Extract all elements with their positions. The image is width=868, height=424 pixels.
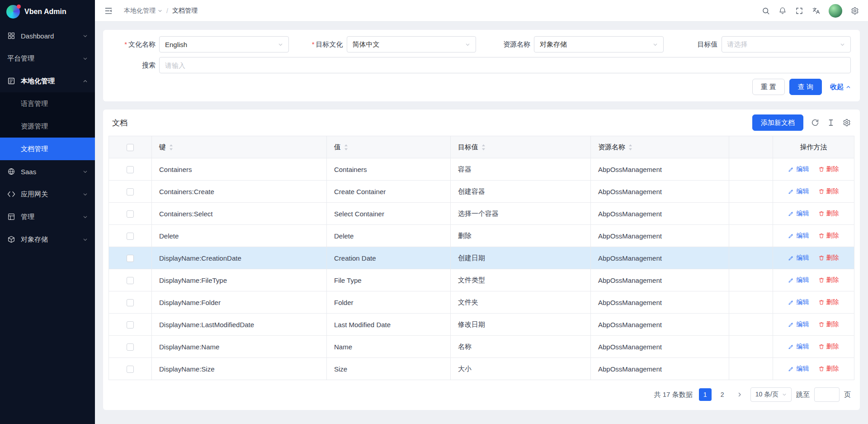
delete-label: 删除 [826,232,839,240]
edit-icon [788,277,794,283]
cell-value: Size [327,358,451,380]
refresh-button[interactable] [811,119,819,127]
row-checkbox[interactable] [127,321,134,329]
resource-select[interactable]: 对象存储 [534,36,664,52]
chevron-down-icon [83,33,88,38]
notifications-button[interactable] [778,7,787,15]
jump-page-input[interactable] [814,387,840,402]
resource-select-value: 对象存储 [540,40,567,49]
sidebar-item-dashboard[interactable]: Dashboard [0,24,95,47]
column-header-target[interactable]: 目标值 [451,136,591,158]
delete-link[interactable]: 删除 [818,276,839,284]
table-row: DisplayName:LastModifiedDate Last Modifi… [109,314,854,336]
page-size-select[interactable]: 10 条/页 [750,387,792,402]
delete-link[interactable]: 删除 [818,165,839,173]
pagination-page-1[interactable]: 1 [699,388,712,401]
column-settings-button[interactable] [843,119,851,127]
sidebar-item-resource-management[interactable]: 资源管理 [0,115,95,138]
sidebar-collapse-button[interactable] [104,6,113,15]
delete-link[interactable]: 删除 [818,254,839,262]
pagination-page-2[interactable]: 2 [716,388,729,401]
column-header-key[interactable]: 键 [152,136,327,158]
pagination-next-button[interactable] [733,388,746,401]
collapse-filter-link[interactable]: 收起 [830,83,851,91]
add-document-button[interactable]: 添加新文档 [752,114,803,131]
row-checkbox-cell [109,291,152,314]
topbar-actions [762,4,859,18]
target-culture-select[interactable]: 简体中文 [347,36,476,52]
sidebar-item-language-management[interactable]: 语言管理 [0,92,95,115]
cell-resource-name: AbpOssManagement [591,314,729,336]
reset-button[interactable]: 重 置 [752,79,785,95]
search-input[interactable] [159,57,851,73]
cell-empty [729,203,773,225]
cell-resource-name: AbpOssManagement [591,247,729,269]
localization-icon [7,77,15,85]
row-checkbox[interactable] [127,366,134,373]
chevron-up-icon [83,79,88,84]
edit-link[interactable]: 编辑 [788,343,809,351]
row-height-button[interactable] [827,119,835,127]
delete-link[interactable]: 删除 [818,365,839,373]
culture-select[interactable]: English [159,36,289,52]
row-checkbox[interactable] [127,299,134,306]
page-size-value: 10 条/页 [755,391,778,399]
sidebar-item-document-management[interactable]: 文档管理 [0,138,95,160]
row-checkbox[interactable] [127,166,134,173]
gear-icon [843,119,851,127]
cell-empty [729,247,773,269]
column-header-resource[interactable]: 资源名称 [591,136,729,158]
row-checkbox-cell [109,181,152,203]
global-search-button[interactable] [762,7,770,15]
cell-key: Containers:Select [152,203,327,225]
caret-down-icon [169,148,173,151]
edit-label: 编辑 [796,187,809,195]
edit-link[interactable]: 编辑 [788,365,809,373]
row-checkbox-cell [109,269,152,291]
delete-link[interactable]: 删除 [818,343,839,351]
chevron-up-icon [846,85,851,90]
edit-link[interactable]: 编辑 [788,165,809,173]
delete-link[interactable]: 删除 [818,298,839,306]
edit-link[interactable]: 编辑 [788,232,809,240]
management-icon [7,213,15,221]
cell-empty [729,291,773,314]
delete-link[interactable]: 删除 [818,210,839,218]
sidebar-item-gateway[interactable]: 应用网关 [0,183,95,205]
cell-actions: 编辑 删除 [773,269,854,291]
language-switch-button[interactable] [812,7,820,15]
sidebar-item-localization[interactable]: 本地化管理 [0,70,95,92]
edit-link[interactable]: 编辑 [788,298,809,306]
breadcrumb-parent[interactable]: 本地化管理 [124,7,162,15]
edit-link[interactable]: 编辑 [788,254,809,262]
edit-link[interactable]: 编辑 [788,320,809,329]
select-all-checkbox[interactable] [127,144,134,151]
sidebar-item-saas[interactable]: Saas [0,160,95,183]
row-checkbox[interactable] [127,255,134,262]
table-row: Delete Delete 删除 AbpOssManagement 编辑 删除 [109,225,854,247]
row-checkbox[interactable] [127,210,134,218]
cell-resource-name: AbpOssManagement [591,181,729,203]
sidebar-item-platform[interactable]: 平台管理 [0,47,95,70]
user-avatar[interactable] [829,4,842,18]
target-value-select[interactable]: 请选择 [722,36,851,52]
edit-link[interactable]: 编辑 [788,210,809,218]
row-checkbox[interactable] [127,277,134,284]
row-checkbox[interactable] [127,233,134,240]
column-header-value[interactable]: 值 [327,136,451,158]
row-checkbox[interactable] [127,343,134,351]
row-checkbox[interactable] [127,188,134,195]
preferences-button[interactable] [851,7,859,15]
required-asterisk: * [312,40,315,48]
edit-link[interactable]: 编辑 [788,187,809,195]
delete-link[interactable]: 删除 [818,187,839,195]
sidebar-item-object-storage[interactable]: 对象存储 [0,228,95,251]
edit-link[interactable]: 编辑 [788,276,809,284]
sidebar-item-management[interactable]: 管理 [0,205,95,228]
fullscreen-button[interactable] [795,7,803,15]
delete-link[interactable]: 删除 [818,320,839,329]
query-button[interactable]: 查 询 [789,79,822,95]
app-logo[interactable]: Vben Admin [0,0,95,24]
delete-link[interactable]: 删除 [818,232,839,240]
cell-value: Last Modified Date [327,314,451,336]
